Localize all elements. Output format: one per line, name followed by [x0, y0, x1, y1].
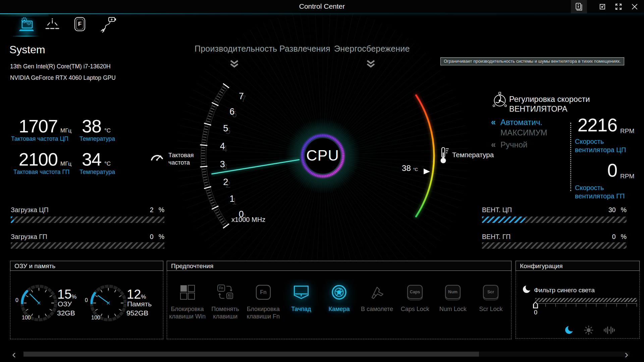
tab-energy-saving[interactable]: Энергосбережение	[334, 44, 410, 54]
svg-text:5: 5	[225, 126, 230, 136]
control-center-window: Control Center	[0, 0, 644, 362]
fullscreen-button[interactable]	[610, 0, 627, 13]
svg-text:3: 3	[222, 162, 227, 172]
info-button[interactable]	[571, 0, 587, 13]
pref-fn-key-lock[interactable]: Fn Блокировка клавиши Fn	[244, 280, 282, 320]
temperature-marker-readout: 38 °C	[378, 164, 418, 173]
expand-section-button[interactable]	[230, 60, 239, 68]
camera-shutter-icon	[330, 284, 348, 301]
svg-text:5: 5	[223, 123, 228, 133]
gpu-fan-speed-unit: RPM	[620, 173, 634, 180]
num-lock-key-icon: Num	[443, 284, 462, 301]
svg-text:7: 7	[241, 94, 246, 104]
scroll-lock-key-icon: Scr	[481, 284, 500, 301]
cpu-clock-value: 1707	[7, 117, 58, 135]
nav-tab-keyboard-backlight[interactable]	[45, 17, 60, 31]
f-key-icon: F	[74, 17, 86, 32]
scroll-right-button[interactable]: ›	[625, 348, 628, 360]
pref-touchpad[interactable]: Тачпад	[282, 280, 320, 320]
speedometer-icon	[150, 149, 164, 164]
touchpad-icon	[292, 284, 310, 301]
fan-mode-maximum[interactable]: МАКСИМУМ	[491, 128, 547, 137]
temperature-marker-value: 38	[402, 164, 411, 173]
cpu-fan-bar	[482, 217, 627, 223]
storage-capacity: 952GB	[126, 309, 148, 317]
gpu-temp-unit: °C	[104, 161, 111, 167]
gauge-scale-unit: x1000 MHz	[231, 216, 265, 224]
ram-label: ОЗУ	[58, 300, 72, 308]
cpu-load-value: 2	[150, 206, 154, 214]
cpu-load-bar	[11, 217, 164, 223]
tab-performance[interactable]: Производительность	[195, 44, 277, 54]
pref-camera[interactable]: Камера	[320, 280, 358, 320]
power-adapter-icon	[100, 16, 117, 33]
svg-text:1: 1	[229, 194, 234, 204]
svg-text:4: 4	[222, 144, 227, 154]
blue-light-slider-thumb[interactable]	[533, 302, 538, 308]
pref-win-key-lock[interactable]: Блокировка клавиши Win	[168, 280, 206, 320]
nav-tab-system-performance[interactable]	[15, 15, 38, 36]
caps-lock-key-icon: Caps	[406, 284, 424, 301]
restore-button[interactable]	[594, 0, 610, 13]
restore-icon	[598, 3, 606, 11]
gpu-load-label: Загрузка ГП	[11, 233, 47, 241]
pref-scroll-lock[interactable]: Scr Scr Lock	[472, 280, 510, 320]
title-bar: Control Center	[0, 0, 644, 13]
scroll-left-button[interactable]: ‹	[12, 348, 16, 360]
configuration-panel: Конфигурация Фильтр синего света 0	[516, 261, 640, 339]
clock-frequency-label: Тактовая частота	[168, 152, 204, 166]
preferences-panel: Предпочтения Блокировка клавиши Win Fn	[167, 261, 512, 339]
storage-gauge-min: 0	[83, 297, 88, 303]
cpu-clock-unit: МГц	[60, 127, 71, 134]
nav-tab-function-keys[interactable]: F	[74, 17, 86, 32]
pref-swap-keys[interactable]: Fn Поменять клавиши	[206, 280, 244, 320]
windows-key-icon	[179, 284, 196, 301]
moon-icon	[523, 285, 531, 294]
info-document-icon	[575, 3, 583, 11]
gauge-needle	[211, 160, 300, 174]
expand-section-button[interactable]	[366, 60, 375, 68]
gpu-fan-bar	[482, 242, 627, 249]
brightness-icon[interactable]	[584, 325, 593, 335]
gpu-temp-label: Температура	[79, 169, 115, 176]
gpu-temp-value: 34	[71, 150, 101, 168]
svg-text:6: 6	[229, 107, 234, 117]
cpu-temp-label: Температура	[79, 135, 115, 142]
cpu-clock-label: Тактовая частота ЦП	[11, 135, 68, 142]
blue-light-slider-track[interactable]	[535, 298, 637, 302]
horizontal-scrollbar-track[interactable]	[23, 352, 630, 357]
horizontal-scrollbar-thumb[interactable]	[23, 352, 479, 357]
fn-key-icon: Fn	[254, 284, 272, 301]
ram-gauge-max: 100	[22, 315, 31, 321]
laptop-gears-icon	[16, 16, 37, 35]
cpu-load-row: Загрузка ЦП 2%	[11, 206, 164, 214]
thermometer-icon	[439, 146, 449, 165]
gpu-name: NVIDIA GeForce RTX 4060 Laptop GPU	[10, 74, 116, 81]
fan-mode-maximum-label: МАКСИМУМ	[500, 128, 547, 137]
memory-panel: ОЗУ и память 15% ОЗУ 32GB 0 100 12% Памя…	[10, 261, 163, 339]
window-title: Control Center	[0, 2, 644, 10]
blue-light-slider-ruler	[535, 303, 637, 307]
gauge-center-label: CPU	[299, 147, 346, 164]
config-footer-icons	[565, 325, 615, 335]
nav-tab-power-adapter[interactable]	[100, 16, 117, 33]
temperature-arc	[416, 95, 434, 217]
fan-mode-auto[interactable]: « Автоматич.	[491, 117, 542, 127]
svg-text:6: 6	[232, 109, 237, 119]
fan-mode-manual[interactable]: « Ручной	[491, 140, 528, 149]
svg-text:Num: Num	[448, 290, 458, 294]
gpu-load-row: Загрузка ГП 0%	[11, 233, 164, 241]
night-light-icon[interactable]	[565, 325, 574, 335]
memory-panel-title: ОЗУ и память	[10, 261, 163, 271]
keyboard-backlight-icon	[45, 17, 60, 31]
ram-percent: 15%	[57, 288, 76, 301]
tab-entertainment[interactable]: Развлечения	[279, 44, 330, 54]
pref-num-lock[interactable]: Num Num Lock	[434, 280, 472, 320]
close-button[interactable]	[627, 0, 643, 13]
pref-airplane-mode[interactable]: В самолете	[358, 280, 396, 320]
cpu-temp-value: 38	[71, 117, 101, 135]
pref-caps-lock[interactable]: Caps Caps Lock	[396, 280, 434, 320]
audio-waves-icon[interactable]	[603, 325, 615, 335]
storage-gauge-max: 100	[91, 315, 100, 321]
blue-light-filter-label: Фильтр синего света	[534, 287, 595, 294]
